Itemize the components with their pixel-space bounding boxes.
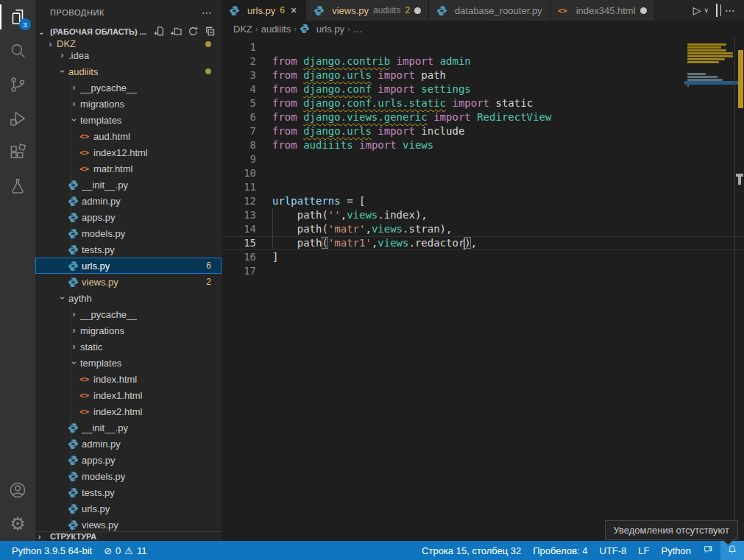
code-line-12[interactable]: 12urlpatterns = [ xyxy=(222,194,744,208)
tree-item-migrations[interactable]: ›migrations xyxy=(35,322,222,339)
tree-item-models.py[interactable]: models.py xyxy=(35,225,222,241)
tree-item-index12.html[interactable]: <>index12.html xyxy=(35,144,222,160)
code-line-7[interactable]: 7from django.urls import include xyxy=(222,124,744,138)
tree-item-urls.py[interactable]: urls.py xyxy=(35,500,222,517)
source-control-icon[interactable] xyxy=(0,68,35,102)
close-icon[interactable]: × xyxy=(289,4,298,16)
code-line-9[interactable]: 9 xyxy=(222,152,744,166)
split-editor-icon[interactable] xyxy=(716,5,718,15)
breadcrumb-item-urls.py[interactable]: urls.py xyxy=(300,24,344,35)
account-icon[interactable] xyxy=(0,473,35,507)
tree-item-__pycache__[interactable]: ›__pycache__ xyxy=(35,79,222,96)
code-line-3[interactable]: 3from django.urls import path xyxy=(222,68,744,82)
tree-item-admin.py[interactable]: admin.py xyxy=(35,436,222,452)
status-notifications-bell[interactable] xyxy=(720,541,744,560)
code-line-14[interactable]: 14 path('matr',views.stran), xyxy=(222,222,744,236)
code-line-2[interactable]: 2from django.contrib import admin xyxy=(222,54,744,68)
tree-item-index.html[interactable]: <>index.html xyxy=(35,371,222,387)
code-line-6[interactable]: 6from django.views.generic import Redire… xyxy=(222,110,744,124)
new-folder-icon[interactable] xyxy=(171,26,182,38)
code-line-8[interactable]: 8from audiiits import views xyxy=(222,138,744,152)
breadcrumb-item-…[interactable]: … xyxy=(353,24,363,35)
tree-item-apps.py[interactable]: apps.py xyxy=(35,452,222,468)
code-text: from django.conf import settings xyxy=(272,82,471,96)
tab-views.py[interactable]: views.pyaudiiits2 xyxy=(306,0,429,21)
code-line-10[interactable]: 10 xyxy=(222,166,744,180)
tree-item-aud.html[interactable]: <>aud.html xyxy=(35,128,222,144)
tree-item-views.py[interactable]: views.py xyxy=(35,517,222,531)
dirty-dot-icon[interactable] xyxy=(414,7,421,14)
tree-item-views.py[interactable]: views.py2 xyxy=(35,274,222,290)
tree-item-templates[interactable]: ›templates xyxy=(35,112,222,128)
tab-index345.html[interactable]: <>index345.html xyxy=(550,0,655,21)
status-python-interpreter[interactable]: Python 3.9.5 64-bit xyxy=(0,541,98,560)
tree-item-tests.py[interactable]: tests.py xyxy=(35,241,222,258)
refresh-explorer-icon[interactable] xyxy=(188,26,199,38)
tree-item-apps.py[interactable]: apps.py xyxy=(35,209,222,225)
tree-item-__init__.py[interactable]: __init__.py xyxy=(35,419,222,436)
breadcrumb-item-DKZ[interactable]: DKZ xyxy=(233,24,252,35)
tree-item-templates[interactable]: ›templates xyxy=(35,355,222,371)
code-line-17[interactable]: 17 xyxy=(222,264,744,278)
tree-item-index2.html[interactable]: <>index2.html xyxy=(35,403,222,419)
breadcrumb-item-audiiits[interactable]: audiiits xyxy=(261,24,291,35)
tree-item-models.py[interactable]: models.py xyxy=(35,468,222,484)
status-encoding[interactable]: UTF-8 xyxy=(594,541,633,560)
tree-item-aythh[interactable]: ›aythh xyxy=(35,290,222,306)
run-button[interactable]: ▷ xyxy=(693,5,701,15)
code-line-16[interactable]: 16] xyxy=(222,250,744,264)
more-actions-icon[interactable]: ⋯ xyxy=(725,5,735,15)
line-number: 17 xyxy=(222,264,256,278)
explorer-more-actions-icon[interactable]: ⋯ xyxy=(202,7,213,18)
tab-database_roouter.py[interactable]: database_roouter.py xyxy=(429,0,550,21)
testing-icon[interactable] xyxy=(0,169,35,203)
status-language-mode[interactable]: Python xyxy=(656,541,697,560)
explorer-icon[interactable]: 3 xyxy=(0,0,35,34)
status-feedback[interactable] xyxy=(697,541,720,560)
code-text: from django.conf.urls.static import stat… xyxy=(272,96,533,110)
tree-item-audiiits[interactable]: ›audiiits xyxy=(35,63,222,79)
activity-badge: 3 xyxy=(19,18,31,30)
run-debug-icon[interactable] xyxy=(0,102,35,135)
tree-item-migrations[interactable]: ›migrations xyxy=(35,96,222,112)
status-cursor-position[interactable]: Строка 15, столбец 32 xyxy=(410,541,527,560)
status-indentation[interactable]: Пробелов: 4 xyxy=(527,541,593,560)
code-line-4[interactable]: 4from django.conf import settings xyxy=(222,82,744,96)
outline-section-header[interactable]: › СТРУКТУРА xyxy=(35,531,222,541)
status-problems[interactable]: ⊘0⚠11 xyxy=(98,541,152,560)
run-dropdown-icon[interactable]: ∨ xyxy=(704,7,709,14)
dirty-dot-icon[interactable] xyxy=(640,7,647,14)
tree-item-matr.html[interactable]: <>matr.html xyxy=(35,160,222,177)
code-line-13[interactable]: 13 path('',views.index), xyxy=(222,208,744,222)
tree-item-tests.py[interactable]: tests.py xyxy=(35,484,222,500)
code-line-11[interactable]: 11 xyxy=(222,180,744,194)
new-file-icon[interactable] xyxy=(154,26,165,38)
tree-item-.idea[interactable]: ›.idea xyxy=(35,47,222,63)
search-icon[interactable] xyxy=(0,34,35,68)
tree-item-urls.py[interactable]: urls.py6 xyxy=(35,258,222,274)
settings-gear-icon[interactable]: ⚙ xyxy=(0,507,35,541)
python-file-icon xyxy=(68,196,82,207)
status-label: Python 3.9.5 64-bit xyxy=(12,545,92,556)
status-eol[interactable]: LF xyxy=(632,541,655,560)
python-file-icon xyxy=(300,24,313,34)
code-editor[interactable]: 12from django.contrib import admin3from … xyxy=(222,37,744,541)
code-line-15[interactable]: 15 path('matr1',views.redactor), xyxy=(222,236,744,250)
tree-item-admin.py[interactable]: admin.py xyxy=(35,193,222,209)
line-number: 9 xyxy=(222,152,256,166)
collapse-folders-icon[interactable] xyxy=(205,26,216,38)
tree-item-__pycache__[interactable]: ›__pycache__ xyxy=(35,306,222,322)
tree-item-static[interactable]: ›static xyxy=(35,339,222,355)
chevron-right-icon: › xyxy=(68,341,80,352)
tab-urls.py[interactable]: urls.py6× xyxy=(222,0,306,21)
code-line-1[interactable]: 1 xyxy=(222,40,744,54)
tree-item-index1.html[interactable]: <>index1.html xyxy=(35,387,222,403)
code-line-5[interactable]: 5from django.conf.urls.static import sta… xyxy=(222,96,744,110)
overview-ruler-scrollbar[interactable] xyxy=(734,37,744,541)
tree-item-__init__.py[interactable]: __init__.py xyxy=(35,177,222,193)
minimap[interactable] xyxy=(687,40,734,91)
chevron-right-icon: › xyxy=(347,24,350,33)
tree-item-DKZ[interactable]: ›DKZ xyxy=(35,39,222,47)
extensions-icon[interactable] xyxy=(0,135,35,169)
workspace-section-header[interactable]: ⌄ (РАБОЧАЯ ОБЛАСТЬ) ... xyxy=(35,24,222,39)
